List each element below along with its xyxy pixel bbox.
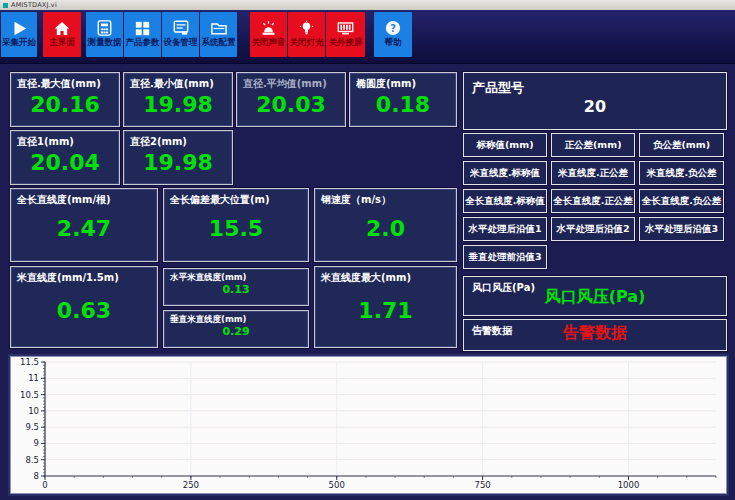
- device-manage-button[interactable]: 设备管理: [162, 12, 199, 57]
- window-titlebar: AMISTDAXJ.vi: [0, 0, 735, 10]
- metric-value: 0.29: [164, 326, 308, 338]
- metric-value: 0.63: [11, 297, 157, 325]
- metric-value: 0.18: [350, 91, 456, 119]
- param-button-full-minus[interactable]: 全长直线度.负公差: [639, 189, 724, 213]
- alarm-data-value: 告警数据: [464, 323, 726, 344]
- device-icon: [173, 20, 189, 36]
- help-icon: ?: [385, 20, 401, 36]
- svg-text:8.5: 8.5: [25, 455, 39, 465]
- lights-off-button[interactable]: 关闭灯光: [288, 12, 325, 57]
- metric-label: 米直线度(mm/1.5m): [11, 267, 157, 285]
- svg-text:250: 250: [183, 480, 199, 490]
- svg-text:11.5: 11.5: [20, 357, 39, 367]
- param-button-full-plus[interactable]: 全长直线度.正公差: [551, 189, 635, 213]
- svg-text:8: 8: [34, 471, 39, 481]
- play-icon: [11, 21, 28, 36]
- metric-max-deviation-position: 全长偏差最大位置(m) 15.5: [163, 188, 309, 262]
- svg-text:9.5: 9.5: [25, 422, 39, 432]
- metric-value: 2.47: [11, 215, 157, 243]
- metric-label: 水平米直线度(mm): [164, 269, 308, 284]
- metric-diameter-max: 直径.最大值(mm) 20.16: [10, 72, 120, 127]
- param-button-meter-plus[interactable]: 米直线度.正公差: [551, 161, 635, 185]
- system-config-button[interactable]: 系统配置: [200, 12, 237, 57]
- measure-data-button[interactable]: 测量数据: [86, 12, 123, 57]
- window-title: AMISTDAXJ.vi: [11, 1, 57, 9]
- param-button-nominal[interactable]: 标称值(mm): [463, 133, 547, 157]
- metric-label: 椭圆度(mm): [350, 73, 456, 91]
- product-model-label: 产品型号: [464, 73, 726, 97]
- metric-label: 直径.最小值(mm): [124, 73, 232, 91]
- metric-ovality: 椭圆度(mm) 0.18: [349, 72, 457, 127]
- metric-value: 15.5: [164, 215, 308, 243]
- param-button-minus-tolerance[interactable]: 负公差(mm): [639, 133, 724, 157]
- mute-sound-button[interactable]: 关闭声音: [250, 12, 287, 57]
- param-button-meter-minus[interactable]: 米直线度.负公差: [639, 161, 724, 185]
- param-button-h-trailing-3[interactable]: 水平处理后沿值3: [639, 217, 724, 241]
- product-params-button[interactable]: 产品参数: [124, 12, 161, 57]
- svg-text:9: 9: [34, 438, 39, 448]
- wind-pressure-box: 风口风压(Pa) 风口风压(Pa): [463, 276, 727, 316]
- product-model-value: 20: [464, 97, 726, 116]
- metric-label: 直径2(mm): [124, 131, 232, 149]
- metric-diameter-avg: 直径.平均值(mm) 20.03: [236, 72, 346, 127]
- bulb-icon: [299, 20, 314, 36]
- metric-full-length-straightness: 全长直线度(mm/根) 2.47: [10, 188, 158, 262]
- metric-value: 20.03: [237, 91, 345, 119]
- svg-text:0: 0: [42, 480, 47, 490]
- param-button-h-trailing-1[interactable]: 水平处理后沿值1: [463, 217, 547, 241]
- trend-chart: 88.599.51010.51111.502505007501000: [10, 356, 727, 494]
- folder-icon: [211, 21, 227, 36]
- metric-diameter1: 直径1(mm) 20.04: [10, 130, 120, 185]
- start-acquisition-button[interactable]: 采集开始: [1, 12, 37, 57]
- grid-icon: [135, 21, 150, 36]
- svg-text:?: ?: [390, 23, 396, 34]
- metric-value: 0.13: [164, 284, 308, 296]
- svg-text:10: 10: [28, 406, 39, 416]
- param-button-plus-tolerance[interactable]: 正公差(mm): [551, 133, 635, 157]
- metric-meter-straightness-max: 米直线度最大(mm) 1.71: [314, 266, 457, 348]
- metric-label: 垂直米直线度(mm): [164, 311, 308, 326]
- svg-text:500: 500: [329, 480, 345, 490]
- param-button-full-nominal[interactable]: 全长直线度.标称值: [463, 189, 547, 213]
- screen-icon: [337, 21, 354, 36]
- metric-label: 全长直线度(mm/根): [11, 189, 157, 207]
- svg-text:1000: 1000: [618, 480, 640, 490]
- param-button-v-leading-3[interactable]: 垂直处理前沿值3: [463, 245, 547, 269]
- metric-label: 直径1(mm): [11, 131, 119, 149]
- metric-value: 19.98: [124, 149, 232, 177]
- wind-pressure-value: 风口风压(Pa): [464, 287, 726, 308]
- metric-value: 2.0: [315, 215, 456, 243]
- metric-meter-straightness: 米直线度(mm/1.5m) 0.63: [10, 266, 158, 348]
- metric-label: 直径.平均值(mm): [237, 73, 345, 91]
- metric-label: 钢速度（m/s）: [315, 189, 456, 207]
- metric-steel-speed: 钢速度（m/s） 2.0: [314, 188, 457, 262]
- help-button[interactable]: ? 帮助: [374, 12, 412, 57]
- alarm-data-box: 告警数据 告警数据: [463, 319, 727, 351]
- trend-chart-svg-host: 88.599.51010.51111.502505007501000: [11, 357, 726, 493]
- metric-value: 20.04: [11, 149, 119, 177]
- metric-v-meter-straightness: 垂直米直线度(mm) 0.29: [163, 310, 309, 348]
- svg-text:10.5: 10.5: [20, 390, 39, 400]
- metric-value: 19.98: [124, 91, 232, 119]
- siren-icon: [260, 20, 277, 36]
- metric-label: 米直线度最大(mm): [315, 267, 456, 285]
- svg-text:750: 750: [474, 480, 490, 490]
- metric-value: 20.16: [11, 91, 119, 119]
- external-screen-off-button[interactable]: 关外接屏: [326, 12, 365, 57]
- app-icon: [3, 3, 8, 8]
- main-screen-button[interactable]: 主界面: [43, 12, 81, 57]
- metric-h-meter-straightness: 水平米直线度(mm) 0.13: [163, 268, 309, 306]
- metric-value: 1.71: [315, 297, 456, 325]
- app-window: { "window": { "title": "AMISTDAXJ.vi" },…: [0, 0, 735, 500]
- calculator-icon: [97, 20, 112, 36]
- svg-text:11: 11: [28, 373, 39, 383]
- metric-diameter2: 直径2(mm) 19.98: [123, 130, 233, 185]
- param-button-meter-nominal[interactable]: 米直线度.标称值: [463, 161, 547, 185]
- product-model-box: 产品型号 20: [463, 72, 727, 130]
- home-icon: [54, 21, 70, 36]
- metric-label: 直径.最大值(mm): [11, 73, 119, 91]
- metric-diameter-min: 直径.最小值(mm) 19.98: [123, 72, 233, 127]
- metric-label: 全长偏差最大位置(m): [164, 189, 308, 207]
- param-button-h-trailing-2[interactable]: 水平处理后沿值2: [551, 217, 635, 241]
